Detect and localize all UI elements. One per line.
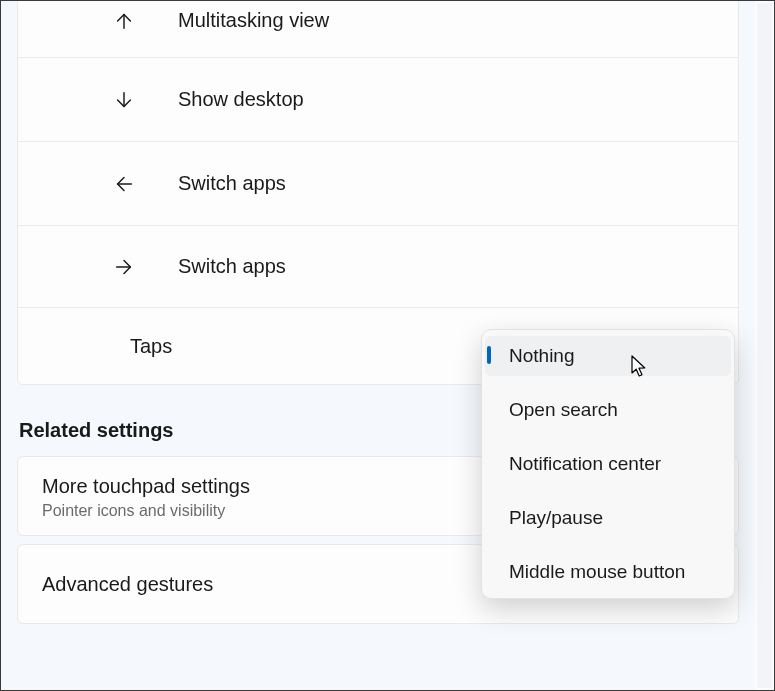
scrollbar[interactable] (757, 3, 772, 688)
gesture-row-swipe-down[interactable]: Show desktop (18, 58, 738, 142)
advanced-gestures-title: Advanced gestures (42, 571, 213, 598)
gesture-row-swipe-left[interactable]: Switch apps (18, 142, 738, 226)
arrow-left-icon (113, 173, 135, 195)
taps-label: Taps (130, 335, 172, 358)
dropdown-option-notification-center[interactable]: Notification center (485, 444, 731, 484)
more-touchpad-subtitle: Pointer icons and visibility (42, 502, 250, 520)
gesture-settings-card: Multitasking view Show desktop Switch ap… (17, 1, 739, 385)
arrow-up-icon (113, 10, 135, 32)
dropdown-option-open-search[interactable]: Open search (485, 390, 731, 430)
dropdown-option-play-pause[interactable]: Play/pause (485, 498, 731, 538)
arrow-right-icon (113, 256, 135, 278)
dropdown-option-middle-mouse[interactable]: Middle mouse button (485, 552, 731, 592)
dropdown-option-nothing[interactable]: Nothing (485, 336, 731, 376)
gesture-label: Show desktop (178, 88, 304, 111)
gesture-row-swipe-up[interactable]: Multitasking view (18, 1, 738, 58)
gesture-label: Switch apps (178, 255, 286, 278)
more-touchpad-title: More touchpad settings (42, 473, 250, 500)
gesture-label: Switch apps (178, 172, 286, 195)
gesture-row-swipe-right[interactable]: Switch apps (18, 226, 738, 308)
gesture-label: Multitasking view (178, 9, 329, 32)
taps-dropdown: Nothing Open search Notification center … (481, 329, 735, 599)
arrow-down-icon (113, 89, 135, 111)
